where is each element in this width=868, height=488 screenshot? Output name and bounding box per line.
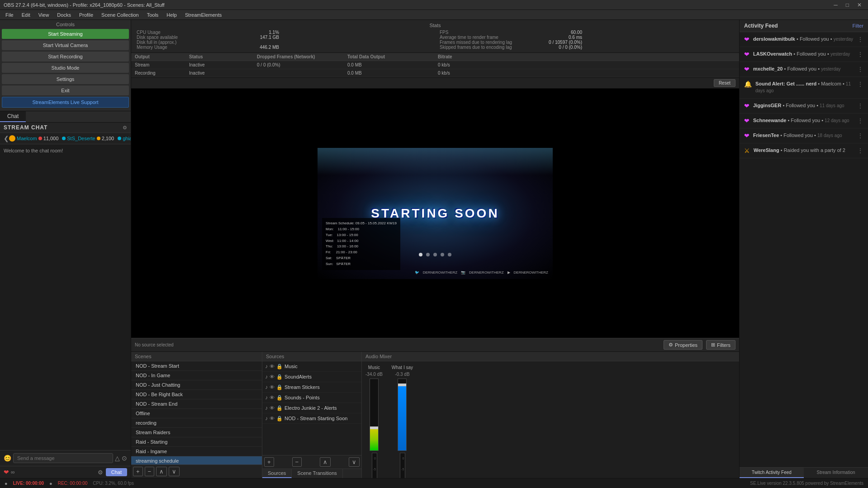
- source-electro-lock[interactable]: 🔒: [276, 405, 283, 411]
- scenes-panel: Scenes NOD - Stream Start NOD - In Game …: [131, 352, 262, 478]
- menu-streamelements[interactable]: StreamElements: [181, 11, 225, 19]
- source-nod-starting-soon[interactable]: ♪ 👁 🔒 NOD - Stream Starting Soon: [262, 413, 361, 424]
- source-points-lock[interactable]: 🔒: [276, 395, 283, 401]
- source-electro-junkie[interactable]: ♪ 👁 🔒 Electro Junkie 2 - Alerts: [262, 403, 361, 413]
- source-soundalerts[interactable]: ♪ 👁 🔒 SoundAlerts: [262, 372, 361, 382]
- chat-send-button[interactable]: Chat: [106, 468, 127, 476]
- scene-item-stream-start[interactable]: NOD - Stream Start: [131, 361, 262, 371]
- scene-item-raid-ingame[interactable]: Raid - Ingame: [131, 447, 262, 456]
- scene-transitions-tab[interactable]: Scene Transitions: [292, 469, 342, 478]
- activity-more-4[interactable]: ⋮: [857, 81, 863, 88]
- activity-more-6[interactable]: ⋮: [857, 117, 863, 124]
- sources-up-button[interactable]: ∧: [320, 457, 331, 467]
- source-electro-icon: ♪: [265, 405, 268, 411]
- sources-tab[interactable]: Sources: [262, 469, 292, 478]
- filter-button[interactable]: Filter: [853, 23, 863, 28]
- mixer-voice-fader[interactable]: [398, 379, 407, 451]
- chat-emote-button[interactable]: 😊: [4, 455, 11, 462]
- scene-item-in-game[interactable]: NOD - In Game: [131, 371, 262, 380]
- chat-tab[interactable]: Chat: [0, 111, 26, 122]
- scenes-up-button[interactable]: ∧: [156, 467, 167, 476]
- sources-panel: Sources ♪ 👁 🔒 Music ♪ 👁 🔒 SoundAlerts: [262, 352, 362, 478]
- titlebar: OBS 27.2.4 (64-bit, windows) - Profile: …: [0, 0, 868, 10]
- scene-item-just-chatting[interactable]: NOD - Just Chatting: [131, 380, 262, 390]
- source-soundalerts-lock[interactable]: 🔒: [276, 374, 283, 380]
- mixer-voice-handle[interactable]: [398, 384, 407, 386]
- activity-more-2[interactable]: ⋮: [857, 51, 863, 58]
- maximize-button[interactable]: □: [843, 2, 852, 8]
- source-soundalerts-eye[interactable]: 👁: [270, 374, 275, 379]
- source-nod-lock[interactable]: 🔒: [276, 416, 283, 422]
- activity-more-3[interactable]: ⋮: [857, 66, 863, 73]
- properties-button[interactable]: ⚙ Properties: [664, 340, 702, 350]
- source-stickers-eye[interactable]: 👁: [270, 384, 275, 390]
- activity-more-5[interactable]: ⋮: [857, 102, 863, 109]
- source-music-label: Music: [285, 364, 298, 369]
- chat-settings-icon[interactable]: ⚙: [123, 125, 127, 131]
- mixer-voice-scale: 0 -5 -10 -20 -30 -40 -∞: [400, 453, 405, 478]
- filters-icon: ⊞: [711, 342, 715, 348]
- scene-item-recording[interactable]: recording: [131, 418, 262, 428]
- source-stickers-lock[interactable]: 🔒: [276, 384, 283, 390]
- activity-text-4: Sound Alert: Get ...... nerd • Maelcom •…: [755, 81, 854, 95]
- activity-more-7[interactable]: ⋮: [857, 132, 863, 139]
- source-nod-eye[interactable]: 👁: [270, 416, 275, 421]
- scene-item-be-right-back[interactable]: NOD - Be Right Back: [131, 390, 262, 399]
- scene-item-offline[interactable]: Offline: [131, 409, 262, 418]
- source-stream-stickers[interactable]: ♪ 👁 🔒 Stream Stickers: [262, 382, 361, 393]
- menu-scene-collection[interactable]: Scene Collection: [98, 11, 142, 19]
- left-panel: Controls Start Streaming Start Virtual C…: [0, 20, 131, 478]
- source-sounds-points[interactable]: ♪ 👁 🔒 Sounds - Points: [262, 393, 361, 403]
- minimize-button[interactable]: ─: [831, 2, 840, 8]
- scenes-add-button[interactable]: +: [133, 467, 143, 476]
- settings-button[interactable]: Settings: [2, 74, 129, 84]
- menu-view[interactable]: View: [35, 11, 53, 19]
- activity-more-1[interactable]: ⋮: [857, 36, 863, 43]
- activity-text-3: mxchelle_20 • Followed you • yesterday: [753, 66, 854, 72]
- start-recording-button[interactable]: Start Recording: [2, 52, 129, 62]
- activity-derslowakmitbulk: ❤ derslowakmitbulk • Followed you • yest…: [740, 32, 868, 47]
- scene-item-stream-raiders[interactable]: Stream Raiders: [131, 428, 262, 437]
- chat-plus-button[interactable]: △: [115, 455, 120, 462]
- preview-controls: No source selected ⚙ Properties ⊞ Filter…: [131, 338, 739, 351]
- filters-button[interactable]: ⊞ Filters: [706, 340, 735, 350]
- stream-information-tab[interactable]: Stream Information: [804, 468, 868, 478]
- source-music-eye[interactable]: 👁: [270, 364, 275, 369]
- sources-add-button[interactable]: +: [264, 457, 274, 467]
- source-music[interactable]: ♪ 👁 🔒 Music: [262, 361, 361, 372]
- scene-item-raid-starting[interactable]: Raid - Starting: [131, 437, 262, 447]
- source-music-lock[interactable]: 🔒: [276, 364, 283, 370]
- mixer-music-fader[interactable]: [370, 379, 379, 451]
- chat-clock-button[interactable]: ⊙: [122, 455, 127, 462]
- start-virtual-camera-button[interactable]: Start Virtual Camera: [2, 40, 129, 50]
- activity-more-8[interactable]: ⋮: [857, 147, 863, 154]
- menu-help[interactable]: Help: [163, 11, 180, 19]
- start-streaming-button[interactable]: Start Streaming: [2, 29, 129, 39]
- mixer-music-handle[interactable]: [370, 426, 379, 429]
- sources-down-button[interactable]: ∨: [349, 457, 360, 467]
- scenes-down-button[interactable]: ∨: [169, 467, 180, 476]
- menu-docks[interactable]: Docks: [53, 11, 75, 19]
- scenes-remove-button[interactable]: −: [145, 467, 155, 476]
- prev-button[interactable]: ❮: [4, 135, 9, 142]
- scene-item-stream-end[interactable]: NOD - Stream End: [131, 399, 262, 409]
- menu-profile[interactable]: Profile: [76, 11, 97, 19]
- stat-row-encode-lag: Skipped frames due to encoding lag 0 / 0…: [440, 45, 582, 50]
- menu-edit[interactable]: Edit: [18, 11, 34, 19]
- stat-row-fps: FPS 60.00: [440, 30, 582, 35]
- exit-button[interactable]: Exit: [2, 85, 129, 95]
- close-button[interactable]: ✕: [854, 2, 864, 8]
- controls-section: Controls Start Streaming Start Virtual C…: [0, 20, 131, 111]
- menu-tools[interactable]: Tools: [143, 11, 162, 19]
- source-points-eye[interactable]: 👁: [270, 395, 275, 400]
- twitch-activity-feed-tab[interactable]: Twitch Activity Feed: [740, 468, 804, 478]
- scene-item-streaming-schedule[interactable]: streaming schedule: [131, 456, 262, 464]
- chat-gear-button[interactable]: ⚙: [98, 469, 103, 476]
- menu-file[interactable]: File: [2, 11, 17, 19]
- streamelements-button[interactable]: StreamElements Live Support: [2, 97, 129, 108]
- source-electro-eye[interactable]: 👁: [270, 405, 275, 411]
- reset-button[interactable]: Reset: [714, 79, 735, 87]
- studio-mode-button[interactable]: Studio Mode: [2, 63, 129, 73]
- sources-remove-button[interactable]: −: [292, 457, 302, 467]
- chat-input[interactable]: [13, 453, 113, 463]
